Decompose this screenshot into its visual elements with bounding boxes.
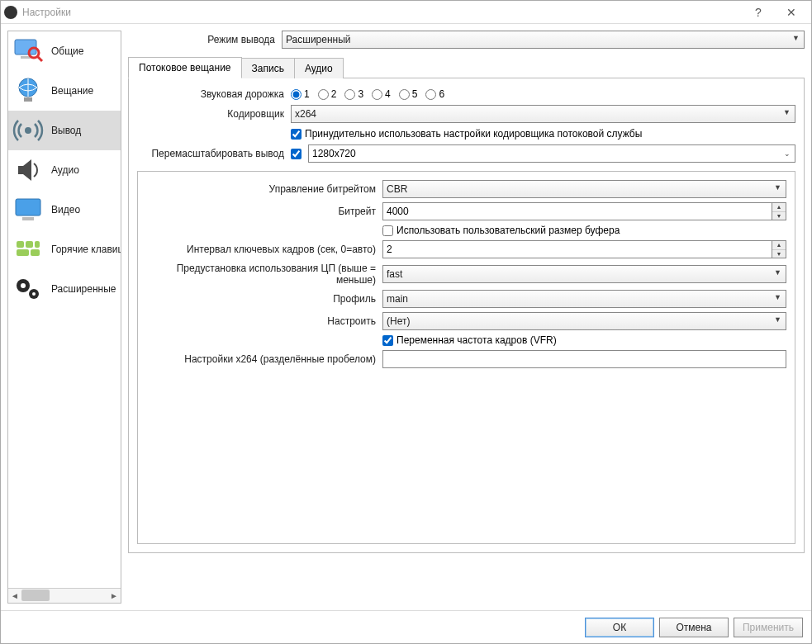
custom-buffer-checkbox[interactable] [382,225,393,236]
close-button[interactable]: ✕ [775,1,808,23]
preset-label: Предустановка использования ЦП (выше = м… [146,263,376,286]
svg-rect-9 [17,241,24,248]
cancel-button[interactable]: Отмена [659,618,729,637]
keyboard-icon [10,233,46,266]
audio-track-5[interactable]: 5 [399,88,418,100]
audio-track-2[interactable]: 2 [318,88,337,100]
encoder-settings-panel: Управление битрейтом CBR▼ Битрейт ▲▼ Исп… [137,171,795,544]
spin-up-icon[interactable]: ▲ [772,203,786,212]
audio-track-4[interactable]: 4 [372,88,391,100]
enforce-checkbox[interactable] [291,129,302,140]
scroll-right-icon[interactable]: ► [107,591,121,600]
bitrate-spinner[interactable]: ▲▼ [772,202,786,220]
monitor-icon [10,193,46,226]
spin-down-icon[interactable]: ▼ [772,250,786,258]
chevron-down-icon: ⌄ [784,149,791,158]
sidebar-item-hotkeys[interactable]: Горячие клавиши [8,230,121,269]
help-button[interactable]: ? [742,1,775,23]
scroll-thumb[interactable] [21,590,50,601]
spin-up-icon[interactable]: ▲ [772,241,786,250]
vfr-label: Переменная частота кадров (VFR) [397,334,557,346]
rescale-checkbox[interactable] [291,149,302,159]
audio-track-radios: 1 2 3 4 5 6 [291,88,444,100]
sidebar-item-advanced[interactable]: Расширенные [8,269,121,309]
encoder-label: Кодировщик [137,108,284,120]
ok-button[interactable]: ОК [585,618,654,637]
bitrate-label: Битрейт [146,206,376,217]
bitrate-input[interactable] [382,202,772,220]
audio-track-3[interactable]: 3 [344,88,363,100]
audio-track-1[interactable]: 1 [291,88,310,100]
custom-buffer-label: Использовать пользовательский размер буф… [397,225,620,236]
svg-rect-12 [17,249,29,256]
speaker-icon [10,154,46,187]
sidebar-item-video[interactable]: Видео [8,190,121,230]
svg-rect-5 [24,97,32,102]
enforce-label: Принудительно использовать настройки код… [305,128,642,140]
spin-down-icon[interactable]: ▼ [772,212,786,220]
sidebar-item-audio[interactable]: Аудио [8,150,121,190]
sidebar-item-label: Горячие клавиши [51,244,121,255]
sidebar-item-label: Общие [51,45,83,57]
sidebar-item-label: Расширенные [51,283,116,295]
streaming-panel: Звуковая дорожка 1 2 3 4 5 6 Кодировщик … [128,78,805,553]
svg-point-17 [32,292,36,296]
sidebar-item-label: Вывод [51,125,81,136]
apply-button[interactable]: Применить [734,618,803,637]
keyint-spinner[interactable]: ▲▼ [772,240,786,258]
monitor-search-icon [10,35,46,68]
encoder-select[interactable]: x264 [291,105,795,123]
svg-rect-8 [22,217,34,220]
x264opts-label: Настройки x264 (разделённые пробелом) [146,353,376,365]
vfr-row[interactable]: Переменная частота кадров (VFR) [382,334,557,346]
keyint-label: Интервал ключевых кадров (сек, 0=авто) [146,244,376,255]
audio-track-6[interactable]: 6 [425,88,444,100]
svg-rect-7 [16,199,40,215]
sidebar-item-general[interactable]: Общие [8,31,121,71]
titlebar: Настройки ? ✕ [1,1,811,24]
gears-icon [10,272,46,305]
window-title: Настройки [22,7,742,18]
keyint-input[interactable] [382,240,772,258]
scroll-left-icon[interactable]: ◄ [8,591,21,600]
tab-recording[interactable]: Запись [241,58,295,78]
custom-buffer-row[interactable]: Использовать пользовательский размер буф… [382,225,620,236]
sidebar-hscrollbar[interactable]: ◄ ► [8,588,121,603]
broadcast-icon [10,114,46,147]
globe-icon [10,74,46,107]
x264opts-input[interactable] [382,350,786,368]
sidebar-item-label: Видео [51,204,80,215]
rescale-label: Перемасштабировать вывод [137,148,284,159]
svg-line-3 [37,56,42,61]
main-panel: Режим вывода Расширенный ▼ Потоковое вещ… [128,31,805,604]
vfr-checkbox[interactable] [382,335,393,346]
rescale-combo[interactable]: 1280x720 ⌄ [308,144,795,163]
sidebar-item-label: Вещание [51,85,93,97]
sidebar: Общие Вещание Вывод Аудио [7,31,121,604]
tab-audio[interactable]: Аудио [294,58,344,78]
preset-select[interactable]: fast [382,265,786,283]
sidebar-item-output[interactable]: Вывод [8,111,121,150]
dialog-footer: ОК Отмена Применить [1,610,811,643]
sidebar-item-label: Аудио [51,164,79,176]
sidebar-item-stream[interactable]: Вещание [8,71,121,111]
profile-select[interactable]: main [382,290,786,308]
tabs: Потоковое вещание Запись Аудио [128,57,805,78]
app-icon [4,6,17,19]
svg-rect-10 [26,241,33,248]
tune-label: Настроить [146,315,376,327]
tune-select[interactable]: (Нет) [382,312,786,330]
svg-point-15 [21,283,26,288]
svg-rect-13 [31,249,40,256]
output-mode-label: Режим вывода [128,34,275,45]
rate-control-label: Управление битрейтом [146,183,376,195]
svg-point-6 [25,127,31,134]
enforce-checkbox-row[interactable]: Принудительно использовать настройки код… [291,128,642,140]
output-mode-select[interactable]: Расширенный [282,31,805,49]
rate-control-select[interactable]: CBR [382,180,786,198]
audio-track-label: Звуковая дорожка [137,88,284,100]
tab-streaming[interactable]: Потоковое вещание [128,57,242,78]
svg-rect-11 [35,241,40,248]
profile-label: Профиль [146,293,376,305]
